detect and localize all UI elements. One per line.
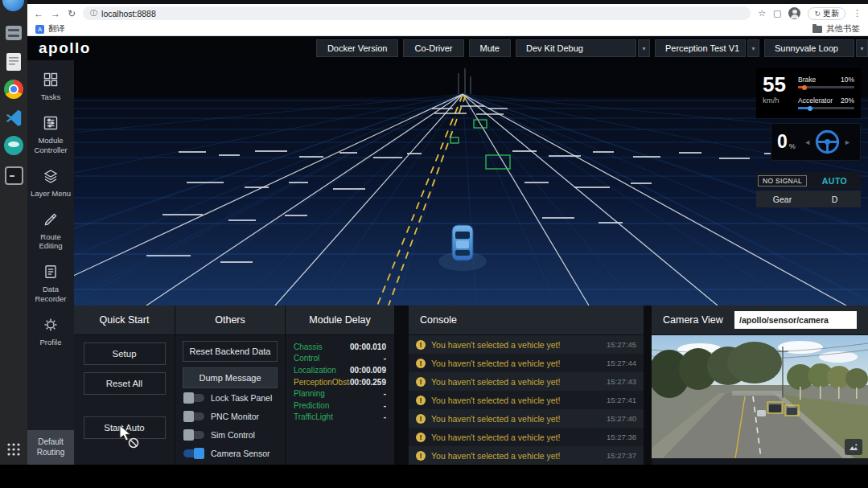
warning-icon: ! (416, 414, 426, 424)
sidebar-item-profile[interactable]: Profile (27, 315, 74, 349)
terminal-icon[interactable] (3, 165, 24, 186)
camera-expand-button[interactable] (845, 439, 862, 455)
toggle-sim-control[interactable]: Sim Control (175, 425, 285, 444)
dropdown-map-sunnyvale-loop[interactable]: Sunnyvale Loop ▼ (764, 39, 868, 57)
steer-left-icon: ◄ (804, 138, 811, 146)
teal-app-icon[interactable] (3, 135, 24, 156)
toggle-switch[interactable] (183, 449, 204, 457)
toggle-switch[interactable] (183, 431, 204, 439)
chevron-down-icon[interactable]: ▼ (856, 39, 868, 57)
app-grid-icon[interactable] (3, 439, 24, 460)
reload-icon[interactable]: ↻ (68, 9, 76, 18)
folder-icon (812, 26, 822, 33)
3d-scene (74, 60, 868, 306)
chevron-down-icon[interactable]: ▼ (747, 39, 759, 57)
info-icon[interactable]: ⓘ (90, 8, 97, 18)
data-recorder-icon (43, 264, 59, 280)
panel-title: Camera View (663, 314, 723, 326)
browser-update-button[interactable]: ↻ 更新 (808, 7, 845, 20)
file-manager-icon[interactable] (3, 23, 24, 43)
other-bookmarks[interactable]: 其他书签 (812, 23, 860, 35)
console-message: !You haven't selected a vehicle yet!15:2… (409, 372, 644, 391)
console-message: !You haven't selected a vehicle yet!15:2… (409, 335, 644, 354)
sidebar-item-module-controller[interactable]: Module Controller (27, 113, 74, 157)
speed-unit: km/h (763, 96, 798, 105)
sidebar-item-data-recorder[interactable]: Data Recorder (27, 262, 74, 306)
toggle-switch[interactable] (183, 394, 204, 402)
dump-message-button[interactable]: Dump Message (183, 367, 278, 388)
steering-panel: 0 % ◄ ► (771, 123, 861, 161)
url-text: localhost:8888 (101, 9, 156, 18)
warning-icon: ! (416, 396, 426, 405)
drive-mode-badge: AUTO (822, 176, 848, 186)
dropdown-perception-test[interactable]: Perception Test V1 ▼ (655, 39, 759, 57)
vscode-icon[interactable] (3, 107, 24, 128)
side-panel-icon[interactable]: ▢ (773, 8, 781, 18)
panel-title: Quick Start (74, 306, 175, 335)
wheel-unit: % (789, 142, 796, 150)
app-header: apollo Docker Version Co-Driver Mute Dev… (27, 36, 868, 60)
toggle-lock-task-panel[interactable]: Lock Task Panel (175, 388, 285, 407)
toggle-label: Camera Sensor (211, 449, 270, 458)
browser-toolbar: ← → ↻ ⓘ localhost:8888 ☆ ▢ ↻ 更新 ⋮ (27, 4, 868, 23)
sidebar-item-label: Default Routing (31, 437, 71, 457)
module-delay-row: PerceptionObstacl00:00.259 (286, 376, 394, 388)
menu-icon[interactable]: ⋮ (853, 8, 862, 18)
speed-panel: 55 km/h Brake 10% Accelerator 2 (756, 68, 861, 118)
chevron-down-icon[interactable]: ▼ (638, 39, 650, 57)
star-icon[interactable]: ☆ (758, 8, 766, 18)
default-routing-button[interactable]: Default Routing (27, 430, 74, 465)
bookmark-label: 翻译 (48, 23, 65, 35)
apollo-logo: apollo (39, 39, 91, 57)
panel-title: Others (175, 306, 285, 335)
bottom-panels: Quick Start Setup Reset All Start Auto O… (74, 306, 868, 465)
sidebar-item-layer-menu[interactable]: Layer Menu (27, 166, 74, 200)
docker-version-button[interactable]: Docker Version (316, 39, 399, 57)
accelerator-percent: 20% (841, 96, 854, 105)
camera-view-panel: Camera View (652, 306, 868, 465)
bookmark-translate[interactable]: A 翻译 (35, 23, 65, 35)
url-bar[interactable]: ⓘ localhost:8888 (83, 6, 751, 20)
reset-all-button[interactable]: Reset All (84, 372, 166, 395)
setup-button[interactable]: Setup (84, 342, 166, 365)
warning-icon: ! (416, 433, 426, 442)
toggle-label: Sim Control (211, 430, 255, 440)
accelerator-indicator: Accelerator 20% (798, 96, 854, 109)
signal-status[interactable]: NO SIGNAL (758, 175, 807, 187)
app-sidebar: Tasks Module Controller Layer Menu Route… (27, 60, 74, 465)
desktop-app-icon[interactable] (2, 0, 24, 11)
toggle-label: PNC Monitor (211, 412, 259, 421)
toggle-pnc-monitor[interactable]: PNC Monitor (175, 407, 285, 425)
reset-backend-data-button[interactable]: Reset Backend Data (183, 341, 278, 362)
forward-icon[interactable]: → (51, 9, 60, 18)
module-delay-row: TrafficLight- (286, 412, 394, 424)
chrome-icon[interactable] (3, 79, 24, 100)
back-icon[interactable]: ← (34, 9, 43, 18)
sidebar-item-tasks[interactable]: Tasks (27, 70, 74, 104)
module-delay-row: Localization00:00.009 (286, 364, 394, 376)
toggle-camera-sensor[interactable]: Camera Sensor (175, 444, 285, 462)
camera-topic-input[interactable] (734, 311, 857, 329)
letterbox-strip (0, 465, 868, 488)
warning-icon: ! (416, 359, 426, 368)
warning-icon: ! (416, 377, 426, 387)
text-editor-icon[interactable] (3, 51, 24, 72)
brake-indicator: Brake 10% (798, 76, 854, 88)
mute-button[interactable]: Mute (469, 39, 511, 57)
steering-wheel-icon (814, 129, 841, 155)
toggle-switch[interactable] (183, 412, 204, 420)
other-bookmarks-label: 其他书签 (826, 23, 860, 35)
screen: ← → ↻ ⓘ localhost:8888 ☆ ▢ ↻ 更新 ⋮ A 翻译 其… (0, 0, 868, 488)
co-driver-button[interactable]: Co-Driver (403, 39, 463, 57)
image-icon (849, 443, 858, 451)
dropdown-dev-kit-debug[interactable]: Dev Kit Debug ▼ (516, 39, 650, 57)
tasks-icon (43, 72, 59, 88)
profile-avatar[interactable] (788, 7, 800, 19)
update-label: 更新 (823, 8, 839, 19)
gear-row: Gear D (756, 191, 861, 207)
sidebar-item-route-editing[interactable]: Route Editing (27, 210, 74, 253)
accelerator-label: Accelerator (798, 96, 833, 105)
main-3d-view[interactable] (74, 60, 868, 306)
start-auto-button[interactable]: Start Auto (84, 416, 166, 439)
steer-right-icon: ► (844, 138, 851, 146)
